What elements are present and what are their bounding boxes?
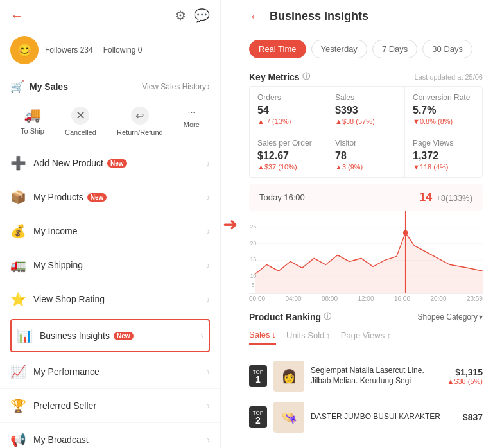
following-stat: Following 0 [103,46,143,55]
key-metrics-header: Key Metrics ⓘ Last updated at 25/06 [239,65,493,86]
performance-label: My Performance [33,366,99,377]
orders-value: 54 [257,105,319,116]
more-icon: ··· [188,107,196,117]
my-sales-label: My Sales [30,82,68,92]
return-refund-action[interactable]: ↩ Return/Refund [117,107,163,136]
cancelled-action[interactable]: ✕ Cancelled [65,107,96,136]
shipping-icon: 🚛 [10,257,26,273]
shipping-label: My Shipping [33,260,83,270]
menu-item-shop-rating[interactable]: ⭐ View Shop Rating › [0,282,220,316]
product-thumb-1: 👩 [273,361,304,392]
chevron-icon: › [207,158,210,168]
chevron-icon: › [207,366,210,377]
metric-sales: Sales $393 ▲$38 (57%) [327,87,404,132]
tab-yesterday[interactable]: Yesterday [311,40,367,58]
menu-item-my-income[interactable]: 💰 My Income › [0,214,220,248]
income-icon: 💰 [10,223,26,239]
svg-point-5 [403,230,408,236]
line-chart: 25 20 15 10 5 [249,211,483,294]
my-sales-left: 🛒 My Sales [10,80,68,94]
cancelled-label: Cancelled [65,128,96,136]
menu-item-my-broadcast[interactable]: 📢 My Broadcast › [0,423,220,448]
preferred-seller-icon: 🏆 [10,398,26,413]
product-price-section-1: $1,315 ▲$38 (5%) [447,367,483,385]
chat-icon[interactable]: 💬 [194,8,210,23]
menu-item-my-performance[interactable]: 📈 My Performance › [0,355,220,389]
ranking-tab-sales[interactable]: Sales ↓ [249,330,276,345]
return-icon: ↩ [131,107,149,125]
today-bar: Today 16:00 14 +8(133%) [249,184,483,211]
avatar: 😊 [10,36,39,64]
chevron-icon: › [207,294,210,304]
metric-page-views: Page Views 1,372 ▼118 (4%) [405,132,482,177]
ranking-tab-units-sold[interactable]: Units Sold ↕ [286,330,331,345]
orders-label: Orders [257,93,319,102]
preferred-seller-label: Preferred Seller [33,401,96,411]
svg-text:5: 5 [252,282,255,288]
broadcast-label: My Broadcast [33,435,89,445]
pageviews-label: Page Views [413,139,474,148]
menu-item-add-product[interactable]: ➕ Add New Product New › [0,146,220,180]
pageviews-change: ▼118 (4%) [413,163,474,171]
menu-item-business-insights[interactable]: 📊 Business Insights New › [10,319,210,352]
ranking-info-icon[interactable]: ⓘ [324,311,331,322]
arrow-right-icon: ➜ [223,214,238,235]
profile-section: 😊 Followers 234 Following 0 [0,31,220,72]
income-label: My Income [33,226,77,236]
insights-new-badge: New [114,332,134,340]
more-action[interactable]: ··· More [184,107,200,136]
svg-text:10: 10 [250,273,256,279]
time-tabs: Real Time Yesterday 7 Days 30 Days [239,33,493,65]
product-info-2: DASTER JUMBO BUSUI KARAKTER [311,412,456,422]
gear-icon[interactable]: ⚙ [175,8,186,23]
tab-7-days[interactable]: 7 Days [372,40,417,58]
chart-label-3: 12:00 [358,295,374,302]
chart-label-6: 23:59 [467,295,483,302]
business-insights-label: Business Insights New [40,331,134,341]
to-ship-label: To Ship [21,127,44,135]
metric-visitor: Visitor 78 ▲3 (9%) [327,132,404,177]
shop-rating-icon: ⭐ [10,291,26,307]
spo-change: ▲$37 (10%) [257,163,319,171]
ranking-tab-page-views[interactable]: Page Views ↕ [341,330,391,345]
tab-real-time[interactable]: Real Time [249,40,306,58]
sales-value: $393 [335,105,397,116]
tab-30-days[interactable]: 30 Days [422,40,472,58]
product-item-2[interactable]: TOP 2 👒 DASTER JUMBO BUSUI KARAKTER $837 [239,397,493,438]
add-product-label: Add New Product New [33,158,127,168]
to-ship-icon: 🚚 [24,107,41,123]
product-item-1[interactable]: TOP 1 👩 Segiempat Natalia Lasercut Line.… [239,356,493,397]
performance-icon: 📈 [10,364,26,379]
left-panel: ← ⚙ 💬 😊 Followers 234 Following 0 🛒 My S… [0,0,221,448]
metric-sales-per-order: Sales per Order $12.67 ▲$37 (10%) [250,132,327,177]
right-back-icon[interactable]: ← [249,9,262,24]
svg-text:20: 20 [250,239,256,246]
view-sales-history-link[interactable]: View Sales History › [142,82,210,91]
shop-rating-label: View Shop Rating [33,294,105,304]
chevron-icon: › [207,401,210,411]
back-icon[interactable]: ← [10,8,23,23]
right-panel: ← Business Insights Real Time Yesterday … [239,0,493,448]
followers-stat: Followers 234 [45,46,93,55]
svg-text:15: 15 [250,256,256,263]
metric-conversion: Conversion Rate 5.7% ▼0.8% (8%) [405,87,482,132]
chevron-down-icon: ▾ [479,313,483,322]
chevron-icon: › [207,226,210,236]
chart-label-2: 08:00 [322,295,338,302]
chevron-icon: › [200,331,203,341]
menu-item-my-products[interactable]: 📦 My Products New › [0,180,220,214]
key-metrics-info-icon[interactable]: ⓘ [302,71,310,82]
orders-change: ▲ 7 (13%) [257,117,319,125]
return-label: Return/Refund [117,128,163,136]
menu-item-my-shipping[interactable]: 🚛 My Shipping › [0,248,220,282]
shopee-category-selector[interactable]: Shopee Category ▾ [418,313,483,322]
menu-item-preferred-seller[interactable]: 🏆 Preferred Seller › [0,389,220,423]
add-product-icon: ➕ [10,155,26,171]
rank-badge-1: TOP 1 [249,365,267,387]
to-ship-action[interactable]: 🚚 To Ship [21,107,44,136]
rank-badge-2: TOP 2 [249,406,267,428]
chart-label-4: 16:00 [394,295,410,302]
product-list: TOP 1 👩 Segiempat Natalia Lasercut Line.… [239,350,493,443]
today-value: 14 [419,191,432,204]
more-label: More [184,121,200,128]
